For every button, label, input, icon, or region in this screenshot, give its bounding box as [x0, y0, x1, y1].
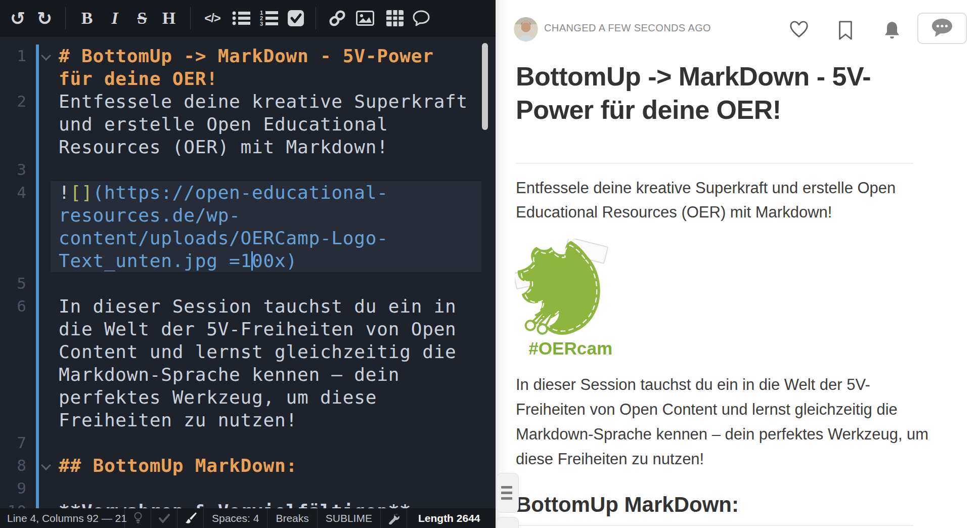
bold-icon: B [81, 9, 93, 28]
last-changed-label: CHANGED A FEW SECONDS AGO [544, 22, 711, 34]
image-icon [356, 11, 374, 26]
comment-bubble-icon [930, 18, 954, 39]
line-number: 5 [0, 272, 26, 295]
grip-icon [501, 497, 512, 500]
line-number: 7 [0, 431, 26, 454]
heart-icon [789, 20, 809, 38]
line-number: 6 [0, 295, 26, 318]
italic-icon: I [111, 9, 118, 28]
undo-button[interactable]: ↺ [5, 0, 30, 36]
toolbar-separator [65, 7, 66, 29]
editor-pane: ↺ ↻ B I S H </> 1 2 3 [0, 0, 496, 528]
editor-toolbar: ↺ ↻ B I S H </> 1 2 3 [0, 0, 496, 36]
line-number: 2 [0, 90, 26, 113]
comment-icon [412, 10, 430, 27]
bookmark-icon [837, 20, 854, 40]
bookmark-button[interactable] [837, 20, 854, 42]
preview-pane: CHANGED A FEW SECONDS AGO [510, 0, 980, 528]
cursor-position-status[interactable]: Line 4, Columns 92 — 21 [0, 508, 125, 528]
code-row: # BottomUp -> MarkDown - 5V-Power [59, 45, 434, 67]
line-number: 3 [0, 158, 26, 181]
heading-icon: H [162, 9, 175, 28]
editor-scrollbar[interactable] [482, 43, 488, 130]
open-comments-button[interactable] [917, 13, 967, 44]
line-number: 10 [0, 500, 26, 508]
table-button[interactable] [382, 0, 408, 36]
line-number: 9 [0, 477, 26, 500]
pane-divider-handle-secondary[interactable] [497, 517, 519, 528]
table-icon [386, 10, 404, 26]
grip-icon [501, 486, 512, 489]
code-row: Markdown-Sprache kennen – dein [59, 363, 399, 386]
code-button[interactable]: </> [200, 0, 225, 36]
italic-button[interactable]: I [102, 0, 127, 36]
preferences-status-button[interactable] [381, 508, 407, 528]
fold-chevron-icon[interactable] [41, 51, 51, 61]
checklist-button[interactable] [283, 0, 308, 36]
avatar[interactable] [514, 17, 538, 41]
pane-divider-handle[interactable] [497, 473, 519, 513]
check-icon [159, 514, 170, 523]
preview-header: CHANGED A FEW SECONDS AGO [510, 15, 980, 48]
redo-icon: ↻ [37, 8, 52, 29]
numbered-list-icon: 1 2 3 [260, 10, 278, 26]
horizontal-rule [516, 163, 913, 164]
notifications-button[interactable] [883, 20, 901, 42]
grip-icon [501, 492, 512, 494]
line-number: 8 [0, 454, 26, 477]
code-row: ![](https://open-educational- [59, 181, 388, 204]
lightbulb-status-button[interactable] [125, 508, 151, 528]
editor-status-bar: Line 4, Columns 92 — 21 Spaces: [0, 508, 496, 528]
strikethrough-button[interactable]: S [129, 0, 155, 36]
hackmd-split-editor: ↺ ↻ B I S H </> 1 2 3 [0, 0, 980, 528]
bold-button[interactable]: B [74, 0, 100, 36]
code-row: ## BottomUp MarkDown: [59, 454, 297, 477]
text-cursor [251, 251, 253, 271]
numbered-list-button[interactable]: 1 2 3 [256, 0, 282, 36]
pane-divider[interactable] [496, 0, 510, 528]
link-icon [328, 10, 346, 27]
image-button[interactable] [352, 0, 378, 36]
authorship-color-bar [36, 45, 39, 508]
theme-status-button[interactable] [177, 508, 204, 528]
like-button[interactable] [789, 20, 809, 40]
heading-button[interactable]: H [156, 0, 182, 36]
bullet-list-icon [232, 11, 250, 26]
checklist-icon [288, 10, 304, 26]
toolbar-separator [190, 7, 191, 29]
link-button[interactable] [325, 0, 350, 36]
logo-text: #OERcamp [528, 338, 613, 358]
spaces-status[interactable]: Spaces: 4 [204, 508, 268, 528]
code-row: Text_unten.jpg =100x) [59, 249, 297, 272]
image-syntax-url: (https://open-educational- [93, 182, 388, 203]
code-editor[interactable]: 1 2 3 4 5 6 7 8 9 10 # BottomUp -> MarkD… [0, 37, 496, 508]
line-number: 1 [0, 45, 26, 67]
keymap-status[interactable]: SUBLIME [318, 508, 381, 528]
code-row: Resources (OER) mit Markdown! [59, 136, 388, 158]
length-status[interactable]: Length 2644 [407, 508, 488, 528]
document-title: BottomUp -> MarkDown - 5V-Power für dein… [516, 60, 900, 126]
oercamp-logo-image: #OERcamp [515, 239, 613, 360]
fold-chevron-icon[interactable] [41, 460, 51, 470]
toolbar-separator [316, 7, 316, 29]
code-row: Entfessele deine kreative Superkraft [59, 90, 468, 113]
svg-text:3: 3 [260, 21, 263, 26]
code-row: content/uploads/OERCamp-Logo- [59, 227, 388, 249]
intro-paragraph: Entfessele deine kreative Superkraft und… [516, 176, 920, 225]
comment-button-toolbar[interactable] [409, 0, 434, 36]
code-row: Freiheiten zu nutzen! [59, 409, 297, 431]
code-icon: </> [204, 11, 220, 25]
image-syntax-bang: ! [59, 182, 70, 203]
bullet-list-button[interactable] [229, 0, 254, 36]
image-syntax-brackets: [] [70, 182, 93, 203]
breaks-status[interactable]: Breaks [268, 508, 317, 528]
line-number: 4 [0, 181, 26, 204]
section-heading: BottomUp MarkDown: [516, 492, 920, 518]
bell-icon [883, 20, 901, 40]
code-row: **Verwahren & Vervielfältigen** [59, 500, 411, 508]
lightbulb-icon [133, 512, 143, 525]
spellcheck-status-button[interactable] [151, 508, 177, 528]
strikethrough-icon: S [138, 9, 147, 28]
code-row: perfektes Werkzeug, um diese [59, 386, 377, 409]
redo-button[interactable]: ↻ [32, 0, 57, 36]
